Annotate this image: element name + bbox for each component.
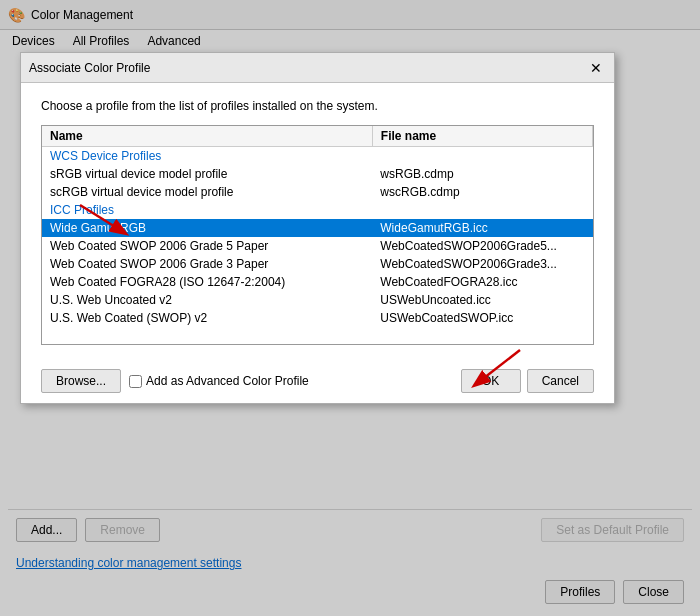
table-row[interactable]: scRGB virtual device model profilewscRGB… [42,183,593,201]
profile-name-cell: scRGB virtual device model profile [42,183,372,201]
profile-list[interactable]: Name File name WCS Device ProfilessRGB v… [41,125,594,345]
table-row[interactable]: Web Coated FOGRA28 (ISO 12647-2:2004)Web… [42,273,593,291]
table-row[interactable]: WCS Device Profiles [42,147,593,166]
profile-filename-cell [372,147,592,166]
advanced-color-checkbox[interactable] [129,375,142,388]
profile-name-cell: U.S. Web Uncoated v2 [42,291,372,309]
associate-color-profile-dialog: Associate Color Profile ✕ Choose a profi… [20,52,615,404]
col-name: Name [42,126,372,147]
profile-filename-cell: wscRGB.cdmp [372,183,592,201]
dialog-title: Associate Color Profile [29,61,586,75]
cancel-button[interactable]: Cancel [527,369,594,393]
table-row[interactable]: U.S. Web Coated (SWOP) v2USWebCoatedSWOP… [42,309,593,327]
dialog-description: Choose a profile from the list of profil… [41,99,594,113]
profile-name-cell: ICC Profiles [42,201,372,219]
profile-filename-cell: USWebUncoated.icc [372,291,592,309]
profile-name-cell: Web Coated FOGRA28 (ISO 12647-2:2004) [42,273,372,291]
table-row[interactable]: Wide Gamut RGBWideGamutRGB.icc [42,219,593,237]
table-row[interactable]: sRGB virtual device model profilewsRGB.c… [42,165,593,183]
table-row[interactable]: Web Coated SWOP 2006 Grade 5 PaperWebCoa… [42,237,593,255]
profile-filename-cell: WideGamutRGB.icc [372,219,592,237]
dialog-body: Choose a profile from the list of profil… [21,83,614,359]
profile-name-cell: WCS Device Profiles [42,147,372,166]
main-window: 🎨 Color Management Devices All Profiles … [0,0,700,616]
dialog-close-button[interactable]: ✕ [586,58,606,78]
profile-filename-cell: WebCoatedSWOP2006Grade5... [372,237,592,255]
profile-name-cell: U.S. Web Coated (SWOP) v2 [42,309,372,327]
table-row[interactable]: ICC Profiles [42,201,593,219]
table-row[interactable]: Web Coated SWOP 2006 Grade 3 PaperWebCoa… [42,255,593,273]
dialog-action-buttons: OK Cancel [461,369,594,393]
profile-name-cell: Web Coated SWOP 2006 Grade 3 Paper [42,255,372,273]
dialog-title-bar: Associate Color Profile ✕ [21,53,614,83]
profile-filename-cell: wsRGB.cdmp [372,165,592,183]
col-filename: File name [372,126,592,147]
advanced-color-checkbox-label[interactable]: Add as Advanced Color Profile [129,374,453,388]
profile-name-cell: sRGB virtual device model profile [42,165,372,183]
table-row[interactable]: U.S. Web Uncoated v2USWebUncoated.icc [42,291,593,309]
profile-name-cell: Wide Gamut RGB [42,219,372,237]
browse-button[interactable]: Browse... [41,369,121,393]
advanced-color-label: Add as Advanced Color Profile [146,374,309,388]
profile-filename-cell: WebCoatedFOGRA28.icc [372,273,592,291]
table-header: Name File name [42,126,593,147]
ok-button[interactable]: OK [461,369,521,393]
profile-filename-cell: WebCoatedSWOP2006Grade3... [372,255,592,273]
profile-filename-cell [372,201,592,219]
profile-table: Name File name WCS Device ProfilessRGB v… [42,126,593,327]
dialog-footer: Browse... Add as Advanced Color Profile … [21,359,614,403]
profile-filename-cell: USWebCoatedSWOP.icc [372,309,592,327]
profile-name-cell: Web Coated SWOP 2006 Grade 5 Paper [42,237,372,255]
